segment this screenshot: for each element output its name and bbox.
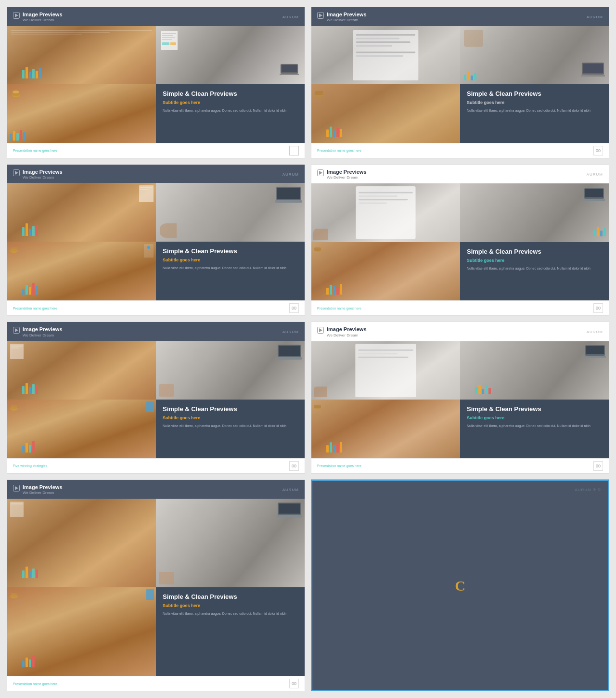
slide-footer-5: Five winning strategies 00 — [7, 458, 305, 473]
badge-7 — [146, 589, 154, 600]
svg-rect-66 — [358, 357, 408, 358]
slide-title-3: Image Previews — [23, 168, 63, 175]
slide-header-7: Image Previews We Deliver Dream AURUM — [7, 480, 305, 499]
aurum-label-4: AURUM — [587, 172, 603, 177]
svg-rect-54 — [11, 346, 23, 347]
text-panel-3: Simple & Clean Previews Subtitle goes he… — [156, 242, 305, 300]
slide-title-2: Image Previews — [327, 11, 367, 18]
img-cell-5-bl — [7, 400, 156, 458]
bars-6-bl — [326, 442, 342, 452]
svg-marker-40 — [319, 171, 322, 175]
svg-rect-18 — [356, 34, 416, 36]
svg-rect-21 — [356, 45, 392, 46]
doc-sim-2 — [315, 30, 456, 80]
img-cell-7-bl — [7, 587, 156, 676]
bars-3-bl — [22, 283, 38, 295]
slide-content-1: Simple & Clean Previews Subtitle goes he… — [7, 26, 305, 143]
svg-rect-38 — [11, 247, 17, 251]
bars-6-tr — [475, 385, 491, 394]
svg-rect-48 — [583, 199, 605, 201]
coffee-cup — [11, 88, 21, 100]
slide-card-7[interactable]: Image Previews We Deliver Dream AURUM — [7, 479, 305, 691]
svg-rect-10 — [162, 42, 169, 45]
doc-7 — [10, 502, 24, 519]
play-icon-4 — [317, 169, 324, 176]
header-title-7: Image Previews We Deliver Dream — [23, 484, 63, 496]
slide-title-5: Image Previews — [23, 326, 63, 333]
slide-title-7: Image Previews — [23, 484, 63, 491]
aurum-label-6: AURUM — [587, 330, 603, 334]
slide-card-4[interactable]: Image Previews We Deliver Dream AURUM — [311, 164, 609, 316]
header-title-5: Image Previews We Deliver Dream — [23, 326, 63, 338]
bars-2-tr — [464, 72, 476, 80]
svg-rect-44 — [359, 199, 408, 201]
img-cell-1-bl — [7, 84, 156, 142]
svg-rect-23 — [356, 55, 403, 56]
coffee-2 — [314, 87, 324, 99]
badge-5 — [146, 401, 154, 412]
text-panel-4: Simple & Clean Previews Subtitle goes he… — [460, 242, 609, 300]
img-cell-7-tl — [7, 499, 156, 587]
header-left-3: Image Previews We Deliver Dream — [13, 168, 63, 181]
svg-rect-41 — [356, 186, 415, 239]
preview-body-3: Nulla vitae elit libero, a pharetra augu… — [163, 266, 298, 271]
preview-heading-6: Simple & Clean Previews — [467, 405, 602, 414]
image-grid-5: Simple & Clean Previews Subtitle goes he… — [7, 341, 305, 458]
svg-rect-33 — [140, 189, 149, 190]
hand-3 — [160, 223, 177, 238]
placeholder-logo: C — [448, 573, 472, 597]
footer-number-4: 00 — [593, 303, 603, 313]
footer-pres-5: Five winning strategies — [13, 464, 47, 467]
footer-number-3: 00 — [289, 303, 299, 313]
slide-content-7: Simple & Clean Previews Subtitle goes he… — [7, 499, 305, 676]
footer-pres-label-1: Presentation — [13, 149, 33, 152]
svg-rect-60 — [11, 405, 17, 409]
svg-rect-64 — [358, 349, 413, 351]
slide-card-2[interactable]: Image Previews We Deliver Dream AURUM — [311, 7, 609, 158]
header-title-2: Image Previews We Deliver Dream — [327, 11, 367, 23]
preview-heading-4: Simple & Clean Previews — [467, 248, 602, 256]
slide-card-5[interactable]: Image Previews We Deliver Dream AURUM — [7, 322, 305, 474]
aurum-label-1: AURUM — [282, 15, 299, 19]
play-icon-2 — [317, 12, 324, 19]
svg-marker-62 — [319, 328, 322, 332]
laptop-sim-2 — [581, 62, 605, 80]
preview-body-4: Nulla vitae elit libero, a pharetra augu… — [467, 266, 602, 271]
aurum-label-7: AURUM — [282, 488, 299, 492]
footer-pres-6: Presentation name goes here — [317, 464, 361, 467]
doc-4-tl — [314, 186, 457, 239]
svg-rect-68 — [586, 346, 604, 354]
slide-card-6[interactable]: Image Previews We Deliver Dream AURUM — [311, 322, 609, 474]
slide-card-3[interactable]: Image Previews We Deliver Dream AURUM — [7, 164, 305, 316]
slide-footer-6: Presentation name goes here 00 — [311, 458, 609, 473]
preview-subheading-7: Subtitle goes here — [163, 603, 298, 608]
footer-link-6: name goes here — [337, 464, 361, 467]
img-cell-1-tl — [7, 26, 156, 84]
slide-card-1[interactable]: Image Previews We Deliver Dream AURUM — [7, 7, 305, 158]
coffee-4 — [313, 244, 322, 255]
image-grid-1: Simple & Clean Previews Subtitle goes he… — [7, 26, 305, 143]
footer-pres-7: Presentation name goes here — [13, 682, 57, 685]
svg-rect-45 — [359, 203, 386, 204]
svg-rect-22 — [356, 52, 416, 53]
preview-heading-3: Simple & Clean Previews — [163, 247, 298, 256]
img-cell-5-tr — [156, 341, 305, 400]
slide-subtitle-1: We Deliver Dream — [23, 18, 63, 23]
badge-3 — [144, 244, 154, 258]
preview-body-2: Nulla vitae elit libero, a pharetra augu… — [467, 108, 602, 113]
slide-footer-2: Presentation name goes here 00 — [311, 143, 609, 158]
svg-rect-7 — [162, 35, 173, 36]
svg-rect-77 — [279, 504, 300, 514]
img-cell-1-tr — [156, 26, 305, 84]
footer-pres-2: Presentation name goes here — [317, 149, 361, 152]
play-icon-6 — [317, 327, 324, 334]
play-icon-7 — [13, 485, 20, 491]
footer-link-4: name goes here — [337, 307, 361, 310]
header-title-3: Image Previews We Deliver Dream — [23, 168, 63, 181]
img-cell-2-tl — [311, 26, 460, 84]
svg-rect-8 — [162, 37, 175, 38]
hand-7 — [159, 572, 174, 584]
preview-body-7: Nulla vitae elit libero, a pharetra augu… — [163, 611, 298, 616]
bars-5-bl — [22, 441, 35, 452]
preview-heading-1: Simple & Clean Previews — [163, 90, 298, 98]
